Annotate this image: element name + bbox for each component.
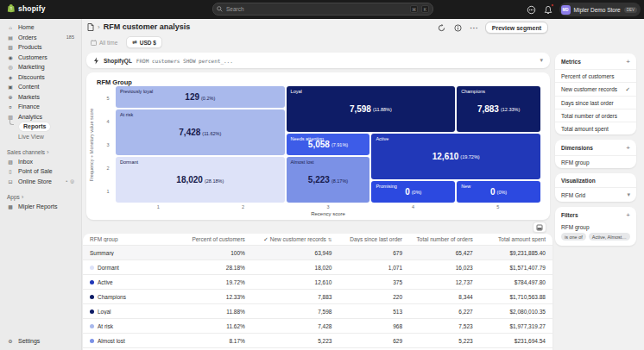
row-cell: 19.72%	[181, 279, 252, 285]
treemap-block-champions[interactable]: Champions7,883(12.33%)	[457, 86, 540, 132]
sidebar-item-online-store[interactable]: ⊡Online Store•◎	[0, 177, 81, 187]
more-actions-icon[interactable]: ···	[469, 22, 480, 34]
sidebar-section-apps[interactable]: Apps ›	[0, 192, 81, 202]
date-range-filter[interactable]: All time	[87, 38, 121, 47]
sidebar-item-marketing[interactable]: ◎Marketing	[0, 62, 81, 72]
metrics-title: Metrics	[561, 59, 581, 65]
treemap-block-new[interactable]: New0(0%)	[457, 181, 540, 203]
sidebar-section-sales-channels[interactable]: Sales channels ›	[0, 147, 81, 157]
table-row-summary[interactable]: Summary100%63,94967965,427$9,231,885.40	[83, 246, 552, 260]
discounts-icon: ◈	[7, 74, 14, 80]
sidebar-item-mipler-reports[interactable]: ▩Mipler Reports	[0, 202, 81, 212]
sidebar-item-discounts[interactable]: ◈Discounts	[0, 72, 81, 83]
y-axis-ticks: 54321	[104, 86, 112, 203]
preview-segment-button[interactable]: Preview segment	[485, 22, 548, 34]
sidebar-item-home[interactable]: ⌂Home	[0, 22, 81, 33]
marketing-icon: ◎	[7, 64, 14, 70]
add-dimension-button[interactable]: +	[626, 144, 630, 152]
sidebar-item-orders[interactable]: ▤Orders185	[0, 33, 81, 43]
metric-item-days-since-last-order[interactable]: Days since last order	[555, 96, 636, 109]
store-menu[interactable]: MD Mipler Demo Store DEV	[559, 3, 641, 16]
currency-filter[interactable]: ⇄ USD $	[126, 36, 162, 48]
x-tick: 3	[286, 204, 370, 209]
visualization-value: RFM Grid	[561, 192, 585, 198]
column-header-rfm-group[interactable]: RFM group	[83, 236, 181, 242]
table-row-at-risk[interactable]: At risk11.62%7,4289687,523$1,977,319.27	[83, 319, 552, 334]
block-value: 5,058	[308, 140, 330, 149]
sidebar-item-content[interactable]: ▣Content	[0, 82, 81, 92]
chat-icon[interactable]	[527, 4, 537, 15]
treemap-block-at-risk[interactable]: At risk7,428(11.62%)	[116, 109, 285, 155]
sidebar-item-markets[interactable]: ⊕Markets	[0, 92, 81, 103]
metric-item-new-customer-records[interactable]: New customer records✓	[555, 82, 636, 96]
shopify-logo[interactable]: shopify	[7, 3, 46, 13]
info-icon[interactable]	[452, 22, 464, 34]
sidebar-item-label: Point of Sale	[18, 168, 53, 174]
metric-item-total-amount-spent[interactable]: Total amount spent	[555, 122, 636, 134]
column-header-days-since-last-order[interactable]: Days since last order	[338, 236, 409, 242]
row-label: Loyal	[98, 309, 111, 315]
visualization-select[interactable]: RFM Grid ▾	[555, 187, 636, 202]
page-title: RFM customer analysis	[104, 22, 191, 31]
column-header-percent-of-customers[interactable]: Percent of customers	[181, 236, 252, 242]
treemap-block-loyal[interactable]: Loyal7,598(11.88%)	[287, 86, 456, 132]
sidebar-item-customers[interactable]: ◉Customers	[0, 53, 81, 63]
treemap-block-almost-lost[interactable]: Almost lost5,223(8.17%)	[287, 157, 370, 203]
sidebar-item-point-of-sale[interactable]: ▯Point of Sale	[0, 166, 81, 177]
refresh-icon[interactable]	[436, 22, 447, 34]
row-cell: 513	[338, 309, 409, 315]
filter-value-pill[interactable]: Active, Almost lost, A...	[589, 233, 630, 241]
sidebar-item-live-view[interactable]: Live View	[0, 132, 81, 141]
add-metric-button[interactable]: +	[626, 58, 630, 66]
add-filter-button[interactable]: +	[626, 211, 630, 219]
sidebar-item-settings[interactable]: ⚙ Settings	[0, 336, 81, 347]
row-cell: 7,523	[409, 323, 480, 329]
sidebar-item-label: Finance	[18, 103, 40, 109]
shopifyql-bar[interactable]: ShopifyQL FROM customers SHOW percent_..…	[86, 53, 550, 68]
dimension-item-rfm-group[interactable]: RFM group	[555, 155, 636, 168]
table-row-almost-lost[interactable]: Almost lost8.17%5,2236295,223$231,694.54	[83, 334, 552, 348]
row-label-cell: Active	[83, 279, 181, 285]
table-row-loyal[interactable]: Loyal11.88%7,5985136,227$2,080,010.35	[83, 304, 552, 319]
sidebar-item-label: Content	[18, 84, 40, 90]
export-table-button[interactable]	[533, 222, 546, 233]
treemap-block-active[interactable]: Active12,610(19.72%)	[371, 134, 540, 179]
row-cell: 8.17%	[181, 338, 252, 344]
table-row-champions[interactable]: Champions12.33%7,8832208,344$1,710,563.8…	[83, 290, 552, 304]
block-value: 129	[185, 92, 199, 102]
row-cell: $231,694.54	[480, 338, 552, 344]
sidebar-item-finance[interactable]: ¤Finance	[0, 102, 81, 112]
table-header-row: RFM groupPercent of customers✓New custom…	[83, 234, 552, 246]
env-badge: DEV	[624, 7, 637, 13]
eye-icon[interactable]: ◎	[70, 178, 74, 184]
column-header-total-number-of-orders[interactable]: Total number of orders	[409, 236, 480, 242]
metric-item-total-number-of-orders[interactable]: Total number of orders	[555, 109, 636, 122]
sidebar-item-reports[interactable]: Reports	[0, 122, 81, 132]
treemap-block-dormant[interactable]: Dormant18,020(28.18%)	[116, 157, 285, 203]
metric-item-percent-of-customers[interactable]: Percent of customers	[555, 69, 636, 82]
chevron-down-icon[interactable]: ▾	[540, 57, 543, 64]
filter-operator-pill[interactable]: is one of	[561, 233, 586, 241]
notifications-bell-icon[interactable]	[543, 4, 553, 15]
treemap-block-previously-loyal[interactable]: Previously loyal129(0.2%)	[116, 86, 285, 108]
breadcrumb: › RFM customer analysis	[87, 22, 190, 31]
row-cell: 12,737	[409, 279, 480, 285]
block-value: 0	[490, 187, 496, 197]
sidebar-item-products[interactable]: ▧Products	[0, 42, 81, 53]
table-row-active[interactable]: Active19.72%12,61037512,737$784,497.80	[83, 275, 552, 290]
table-row-dormant[interactable]: Dormant28.18%18,0201,07116,023$1,571,407…	[83, 260, 552, 275]
search-input[interactable]: Search ⌘ K	[212, 3, 433, 16]
column-header-total-amount-spent[interactable]: Total amount spent	[480, 236, 552, 242]
column-header-new-customer-records[interactable]: ✓New customer records⇅	[252, 236, 339, 243]
notification-badge	[551, 3, 554, 7]
visualization-header: Visualization	[555, 173, 636, 187]
sidebar-item-label: Online Store	[18, 178, 52, 184]
treemap-block-needs-attention[interactable]: Needs attention5,058(7.91%)	[287, 134, 370, 155]
block-percent: (12.33%)	[501, 107, 520, 112]
group-color-dot	[90, 339, 94, 343]
topbar: shopify Search ⌘ K MD Mipler Demo Store …	[0, 0, 644, 19]
store-avatar: MD	[561, 5, 571, 15]
sidebar-item-inbox[interactable]: ▨Inbox	[0, 157, 81, 167]
treemap-block-promising[interactable]: Promising0(0%)	[371, 181, 455, 203]
sort-icon[interactable]: ⇅	[328, 237, 332, 242]
